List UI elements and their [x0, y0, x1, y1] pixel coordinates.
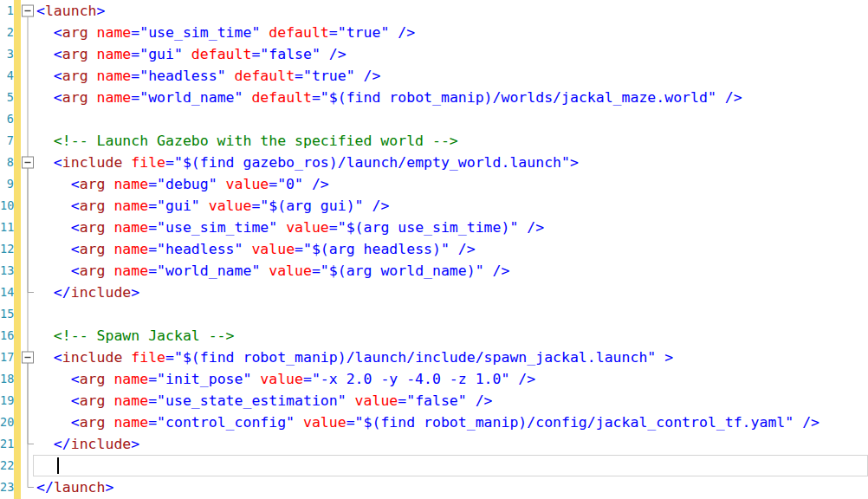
code-line[interactable]: <arg name="use_state_estimation" value="…: [36, 390, 819, 412]
syntax-token: arg: [80, 392, 114, 409]
code-line[interactable]: [36, 455, 819, 476]
line-number[interactable]: 14: [0, 282, 14, 303]
syntax-token: </: [36, 479, 54, 496]
syntax-token: <: [36, 198, 80, 214]
syntax-token: arg: [80, 414, 114, 431]
line-number[interactable]: 15: [0, 303, 14, 325]
syntax-token: <: [36, 349, 62, 366]
syntax-token: ="headless": [131, 68, 234, 84]
syntax-token: <: [36, 262, 80, 279]
line-number[interactable]: 1: [0, 0, 14, 22]
syntax-token: <: [36, 392, 80, 409]
syntax-token: arg: [80, 176, 114, 192]
syntax-token: >: [131, 284, 139, 301]
syntax-token: arg: [80, 198, 114, 214]
syntax-token: ="$(find robot_manip)/worlds/jackal_maze…: [312, 89, 742, 106]
line-number[interactable]: 23: [0, 476, 14, 498]
code-line[interactable]: [36, 303, 819, 325]
line-number[interactable]: 18: [0, 368, 14, 390]
syntax-token: value: [260, 371, 303, 387]
line-number[interactable]: 13: [0, 260, 14, 282]
syntax-token: name: [113, 371, 148, 387]
syntax-token: <: [36, 414, 80, 431]
code-line[interactable]: <arg name="headless" default="true" />: [36, 65, 819, 87]
line-number[interactable]: 10: [0, 195, 14, 217]
line-number[interactable]: 7: [0, 130, 14, 152]
line-number[interactable]: 20: [0, 412, 14, 433]
line-number[interactable]: 2: [0, 22, 14, 43]
line-number[interactable]: 17: [0, 347, 14, 368]
syntax-token: ="use_state_estimation": [148, 392, 354, 409]
syntax-token: arg: [80, 262, 114, 279]
syntax-token: <: [36, 241, 80, 257]
syntax-token: ="true" />: [295, 68, 380, 84]
code-line[interactable]: <!-- Launch Gazebo with the specified wo…: [36, 130, 819, 152]
syntax-token: value: [226, 176, 269, 192]
syntax-token: value: [251, 241, 295, 257]
syntax-token: ="$(find robot_manip)/launch/include/spa…: [165, 349, 673, 366]
syntax-token: default: [235, 68, 295, 84]
syntax-token: </: [36, 284, 71, 301]
syntax-token: >: [97, 3, 106, 19]
syntax-token: name: [113, 241, 148, 257]
syntax-token: name: [113, 219, 148, 236]
line-number[interactable]: 6: [0, 108, 14, 130]
syntax-token: ="use_sim_time": [148, 219, 286, 236]
line-number[interactable]: 8: [0, 152, 14, 173]
syntax-token: file: [131, 154, 165, 171]
code-line[interactable]: <arg name="init_pose" value="-x 2.0 -y -…: [36, 368, 819, 390]
line-number[interactable]: 19: [0, 390, 14, 412]
code-line[interactable]: [36, 108, 819, 130]
syntax-token: default: [251, 89, 312, 106]
line-number[interactable]: 12: [0, 238, 14, 260]
code-line[interactable]: <include file="$(find robot_manip)/launc…: [36, 347, 819, 368]
track-changes-bar: [14, 0, 21, 499]
syntax-token: <: [36, 46, 62, 62]
code-line[interactable]: <arg name="use_sim_time" default="true" …: [36, 22, 819, 43]
code-line[interactable]: </launch>: [36, 476, 819, 498]
fold-toggle[interactable]: [23, 157, 34, 168]
line-number[interactable]: 16: [0, 325, 14, 347]
line-number[interactable]: 9: [0, 173, 14, 195]
code-line[interactable]: <arg name="headless" value="$(arg headle…: [36, 238, 819, 260]
fold-toggle[interactable]: [23, 352, 34, 363]
syntax-token: ="init_pose": [148, 371, 260, 387]
syntax-token: name: [113, 262, 148, 279]
code-line[interactable]: <arg name="world_name" value="$(arg worl…: [36, 260, 819, 282]
line-number[interactable]: 4: [0, 65, 14, 87]
code-line[interactable]: <launch>: [36, 0, 819, 22]
syntax-token: value: [286, 219, 329, 236]
code-line[interactable]: <include file="$(find gazebo_ros)/launch…: [36, 152, 819, 173]
syntax-token: <: [36, 24, 62, 41]
syntax-token: <!-- Launch Gazebo with the specified wo…: [36, 133, 458, 149]
code-line[interactable]: <arg name="gui" value="$(arg gui)" />: [36, 195, 819, 217]
line-number[interactable]: 21: [0, 433, 14, 455]
code-line[interactable]: </include>: [36, 282, 819, 303]
code-line[interactable]: <arg name="debug" value="0" />: [36, 173, 819, 195]
syntax-token: >: [131, 436, 139, 452]
code-line[interactable]: <arg name="control_config" value="$(find…: [36, 412, 819, 433]
syntax-token: ="$(arg gui)" />: [251, 198, 389, 214]
code-line[interactable]: <arg name="world_name" default="$(find r…: [36, 87, 819, 108]
code-line[interactable]: <arg name="gui" default="false" />: [36, 43, 819, 65]
syntax-token: ="-x 2.0 -y -4.0 -z 1.0" />: [303, 371, 535, 387]
syntax-token: arg: [80, 219, 114, 236]
syntax-token: <: [36, 89, 62, 106]
code-line[interactable]: </include>: [36, 433, 819, 455]
syntax-token: ="use_sim_time": [131, 24, 269, 41]
fold-toggle[interactable]: [23, 5, 34, 16]
syntax-token: ="false" />: [251, 46, 346, 62]
syntax-token: name: [97, 24, 132, 41]
line-number[interactable]: 5: [0, 87, 14, 108]
code-line[interactable]: <arg name="use_sim_time" value="$(arg us…: [36, 217, 819, 238]
syntax-token: launch: [54, 479, 106, 496]
line-number[interactable]: 3: [0, 43, 14, 65]
syntax-token: ="control_config": [148, 414, 303, 431]
code-line[interactable]: <!-- Spawn Jackal -->: [36, 325, 819, 347]
line-number[interactable]: 22: [0, 455, 14, 476]
line-number[interactable]: 11: [0, 217, 14, 238]
syntax-token: name: [97, 89, 132, 106]
syntax-token: arg: [62, 24, 97, 41]
xml-code-editor: 1234567891011121314151617181920212223 <l…: [0, 0, 868, 499]
syntax-token: ="$(arg world_name)" />: [312, 262, 509, 279]
